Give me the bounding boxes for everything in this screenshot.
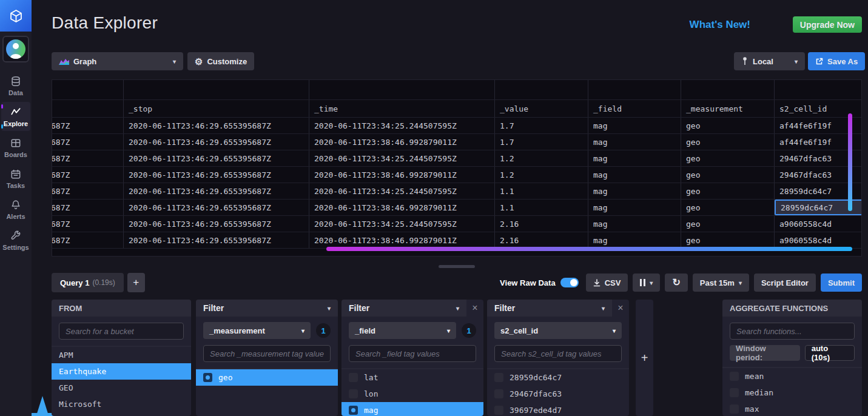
list-item-geo[interactable]: geo: [196, 369, 338, 386]
list-item-39697ede4d7[interactable]: 39697ede4d7: [487, 402, 629, 416]
table-cell[interactable]: geo: [681, 183, 775, 199]
list-item-28959dc64c7[interactable]: 28959dc64c7: [487, 369, 629, 386]
table-cell[interactable]: 2020-06-11T23:38:46.992879011Z: [309, 134, 495, 150]
checkbox[interactable]: [494, 389, 503, 398]
sidebar-item-tasks[interactable]: Tasks: [1, 164, 30, 193]
bucket-search-input[interactable]: [59, 323, 184, 340]
horizontal-scrollbar[interactable]: [326, 247, 852, 251]
filter-search-input[interactable]: [349, 345, 476, 362]
influxdb-logo-icon[interactable]: [0, 0, 32, 32]
checkbox[interactable]: [730, 404, 739, 414]
table-cell[interactable]: geo: [681, 167, 775, 183]
table-cell[interactable]: 2020-06-11T23:46:29.655395687Z: [124, 150, 309, 166]
sidebar-item-alerts[interactable]: Alerts: [1, 195, 30, 224]
table-cell[interactable]: 687Z: [52, 118, 124, 133]
csv-download-button[interactable]: CSV: [586, 273, 628, 292]
table-cell[interactable]: geo: [681, 150, 775, 166]
table-cell[interactable]: 2020-06-11T23:46:29.655395687Z: [124, 232, 309, 248]
view-type-dropdown[interactable]: Graph ▾: [52, 52, 183, 70]
table-cell[interactable]: 1.1: [495, 200, 588, 215]
table-cell[interactable]: 2.16: [495, 216, 588, 232]
upgrade-now-button[interactable]: Upgrade Now: [793, 16, 862, 33]
chevron-down-icon[interactable]: ▾: [328, 305, 331, 312]
window-period-value[interactable]: auto (10s): [805, 345, 855, 361]
window-period-label[interactable]: Window period:: [730, 345, 800, 361]
sidebar-item-boards[interactable]: Boards: [1, 133, 30, 162]
checkbox[interactable]: [349, 389, 358, 398]
table-cell[interactable]: 2020-06-11T23:46:29.655395687Z: [124, 167, 309, 183]
list-item-GEO[interactable]: GEO: [52, 380, 191, 396]
table-cell[interactable]: 687Z: [52, 134, 124, 150]
pause-dropdown-button[interactable]: ▾: [633, 273, 660, 292]
refresh-button[interactable]: ↻: [665, 273, 687, 292]
filter-key-dropdown[interactable]: _measurement ▾: [203, 322, 311, 339]
table-cell[interactable]: geo: [681, 232, 775, 248]
table-cell[interactable]: 1.2: [495, 167, 588, 183]
resize-drag-handle[interactable]: [439, 265, 475, 268]
table-cell[interactable]: 687Z: [52, 216, 124, 232]
table-cell[interactable]: 2020-06-11T23:38:46.992879011Z: [309, 232, 495, 248]
list-item-median[interactable]: median: [722, 384, 862, 401]
submit-button[interactable]: Submit: [821, 273, 862, 292]
filter-key-dropdown[interactable]: _field ▾: [349, 322, 456, 339]
table-cell[interactable]: a9060558c4d: [775, 232, 862, 248]
checkbox[interactable]: [730, 372, 739, 381]
table-cell[interactable]: 687Z: [52, 232, 124, 248]
table-cell[interactable]: mag: [588, 232, 681, 248]
checkbox[interactable]: [730, 388, 739, 397]
table-cell[interactable]: mag: [588, 200, 681, 215]
local-dropdown[interactable]: Local ▾: [734, 52, 805, 70]
table-cell[interactable]: geo: [681, 118, 775, 133]
add-query-button[interactable]: +: [127, 273, 145, 292]
filter-search-input[interactable]: [203, 345, 331, 362]
table-cell[interactable]: mag: [588, 167, 681, 183]
table-cell[interactable]: 1.1: [495, 183, 588, 199]
list-item-Microsoft[interactable]: Microsoft: [52, 396, 191, 412]
save-as-button[interactable]: Save As: [808, 52, 865, 70]
table-cell[interactable]: mag: [588, 118, 681, 133]
table-cell[interactable]: 2020-06-11T23:34:25.244507595Z: [309, 150, 495, 166]
add-filter-button[interactable]: +: [636, 300, 653, 416]
table-cell[interactable]: mag: [588, 183, 681, 199]
table-cell[interactable]: mag: [588, 150, 681, 166]
table-cell[interactable]: 2020-06-11T23:46:29.655395687Z: [124, 200, 309, 215]
query-tab[interactable]: Query 1 (0.19s): [52, 273, 124, 292]
chevron-down-icon[interactable]: ▾: [456, 305, 459, 312]
whats-new-link[interactable]: What's New!: [690, 19, 750, 31]
table-cell[interactable]: 1.7: [495, 118, 588, 133]
table-cell[interactable]: a9060558c4d: [775, 216, 862, 232]
checkbox[interactable]: [349, 406, 358, 415]
user-avatar[interactable]: [2, 36, 29, 62]
table-cell[interactable]: 1.7: [495, 134, 588, 150]
table-cell[interactable]: geo: [681, 200, 775, 215]
table-cell[interactable]: geo: [681, 216, 775, 232]
sidebar-item-data[interactable]: Data: [1, 71, 30, 100]
view-raw-data-toggle[interactable]: [560, 278, 579, 287]
close-icon[interactable]: ×: [612, 303, 629, 314]
list-item-mag[interactable]: mag: [341, 402, 483, 416]
table-cell[interactable]: 2.16: [495, 232, 588, 248]
filter-key-dropdown[interactable]: s2_cell_id ▾: [494, 322, 622, 339]
time-range-dropdown[interactable]: Past 15m ▾: [693, 273, 749, 292]
chevron-down-icon[interactable]: ▾: [602, 305, 605, 312]
function-search-input[interactable]: [730, 323, 855, 340]
filter-search-input[interactable]: [494, 345, 622, 362]
script-editor-button[interactable]: Script Editor: [754, 273, 816, 292]
table-cell[interactable]: 687Z: [52, 200, 124, 215]
table-cell[interactable]: 687Z: [52, 167, 124, 183]
sidebar-item-explore[interactable]: Explore: [1, 102, 30, 131]
table-cell[interactable]: 2020-06-11T23:46:29.655395687Z: [124, 134, 309, 150]
checkbox[interactable]: [203, 373, 212, 382]
table-cell[interactable]: 1.2: [495, 150, 588, 166]
vertical-scrollbar[interactable]: [848, 113, 852, 211]
list-item-max[interactable]: max: [722, 401, 862, 416]
list-item-29467dfac63[interactable]: 29467dfac63: [487, 386, 629, 402]
table-cell[interactable]: 2020-06-11T23:34:25.244507595Z: [309, 216, 495, 232]
checkbox[interactable]: [349, 373, 358, 382]
sidebar-item-settings[interactable]: Settings: [1, 226, 30, 255]
table-cell[interactable]: 2020-06-11T23:46:29.655395687Z: [124, 216, 309, 232]
customize-button[interactable]: ⚙ Customize: [187, 52, 254, 70]
table-cell[interactable]: 687Z: [52, 183, 124, 199]
close-icon[interactable]: ×: [466, 303, 483, 314]
table-cell[interactable]: 687Z: [52, 150, 124, 166]
